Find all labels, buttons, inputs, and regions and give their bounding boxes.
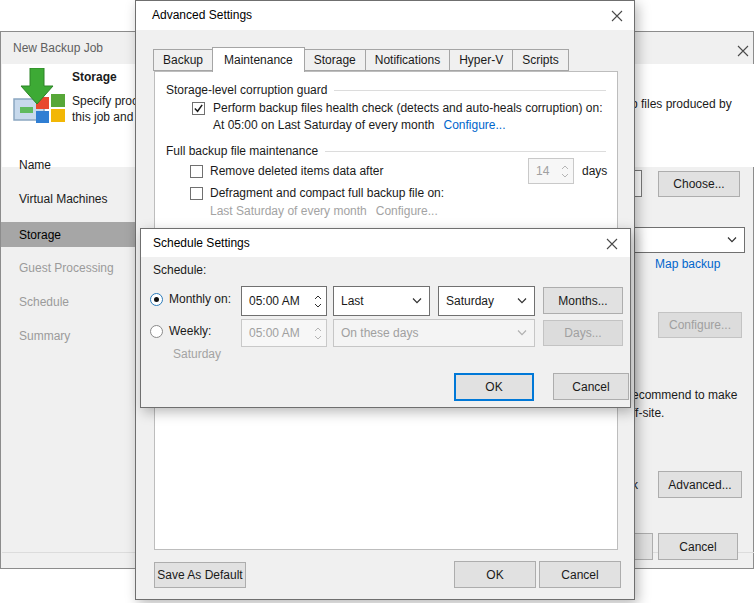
text-fragment-2: ff-site. bbox=[632, 406, 664, 420]
months-button[interactable]: Months... bbox=[543, 287, 623, 314]
tab-hyper-v[interactable]: Hyper-V bbox=[449, 49, 513, 71]
combo-value: Last bbox=[341, 294, 364, 308]
schedule-label: Schedule: bbox=[153, 263, 206, 277]
repository-combo-fragment[interactable] bbox=[618, 227, 745, 253]
monthly-radio[interactable] bbox=[150, 293, 163, 306]
sidebar-item-virtual-machines[interactable]: Virtual Machines bbox=[1, 187, 135, 211]
tab-label: Storage bbox=[314, 53, 356, 67]
health-check-schedule-line: At 05:00 on Last Saturday of every month… bbox=[213, 118, 506, 132]
sidebar-label: Summary bbox=[19, 329, 70, 343]
spinner-arrows bbox=[556, 159, 573, 183]
spinner-arrows[interactable] bbox=[309, 287, 326, 315]
checkmark-icon bbox=[193, 103, 204, 114]
cancel-label: Cancel bbox=[561, 568, 598, 582]
group-caption: Storage-level corruption guard bbox=[166, 83, 327, 97]
close-icon[interactable] bbox=[735, 43, 751, 59]
sidebar-item-guest-processing: Guest Processing bbox=[1, 256, 135, 280]
close-icon[interactable] bbox=[604, 236, 620, 252]
cancel-button-label: Cancel bbox=[679, 540, 716, 554]
map-backup-link[interactable]: Map backup bbox=[655, 257, 720, 271]
chevron-down-icon bbox=[727, 237, 737, 243]
configure-link-disabled: Configure... bbox=[376, 204, 438, 218]
spinner-up-icon bbox=[561, 165, 569, 170]
tab-notifications[interactable]: Notifications bbox=[365, 49, 450, 71]
schedule-ok-button[interactable]: OK bbox=[454, 373, 534, 401]
choose-button-label: Choose... bbox=[673, 177, 724, 191]
tab-label: Hyper-V bbox=[459, 53, 503, 67]
months-button-label: Months... bbox=[558, 294, 607, 308]
group-corruption-guard: Storage-level corruption guard bbox=[166, 83, 606, 97]
sidebar-item-summary: Summary bbox=[1, 324, 135, 348]
monthly-time-spinner[interactable]: 05:00 AM bbox=[241, 286, 327, 316]
cancel-label: Cancel bbox=[572, 380, 609, 394]
group-full-backup-maintenance: Full backup file maintenance bbox=[166, 144, 606, 158]
tab-label: Notifications bbox=[375, 53, 440, 67]
spinner-value: 14 bbox=[529, 159, 556, 183]
backup-job-icon bbox=[13, 68, 67, 129]
configure-link[interactable]: Configure... bbox=[443, 118, 505, 132]
tab-scripts[interactable]: Scripts bbox=[512, 49, 569, 71]
spinner-down-icon bbox=[314, 303, 322, 308]
combo-value: On these days bbox=[341, 326, 418, 340]
save-as-default-button[interactable]: Save As Default bbox=[154, 562, 246, 588]
schedule-settings-dialog: Schedule Settings Schedule: Monthly on: … bbox=[140, 228, 631, 408]
ok-label: OK bbox=[486, 568, 503, 582]
spinner-up-icon bbox=[314, 295, 322, 300]
configure-button-disabled: Configure... bbox=[658, 312, 742, 338]
weekly-radio-label: Weekly: bbox=[169, 324, 211, 338]
defragment-checkbox[interactable] bbox=[190, 187, 203, 200]
days-combo: On these days bbox=[333, 319, 535, 347]
weekly-radio[interactable] bbox=[150, 325, 163, 338]
remove-deleted-label: Remove deleted items data after bbox=[210, 164, 383, 178]
sidebar-label: Guest Processing bbox=[19, 261, 114, 275]
advanced-cancel-button[interactable]: Cancel bbox=[539, 561, 621, 588]
week-number-combo[interactable]: Last bbox=[333, 286, 430, 316]
schedule-text-disabled: Last Saturday of every month bbox=[210, 204, 367, 218]
configure-button-label: Configure... bbox=[669, 318, 731, 332]
spinner-value: 05:00 AM bbox=[242, 287, 309, 315]
ok-label: OK bbox=[485, 380, 502, 394]
advanced-button[interactable]: Advanced... bbox=[658, 471, 742, 498]
close-icon[interactable] bbox=[609, 8, 625, 24]
tab-strip: Backup Maintenance Storage Notifications… bbox=[153, 47, 569, 71]
defragment-label: Defragment and compact full backup file … bbox=[210, 186, 444, 200]
tab-storage[interactable]: Storage bbox=[304, 49, 366, 71]
days-label: days bbox=[582, 164, 607, 178]
monthly-radio-label: Monthly on: bbox=[169, 292, 231, 306]
step-description-line2: this job and bbox=[72, 110, 133, 124]
weekday-combo[interactable]: Saturday bbox=[438, 286, 535, 316]
screen: New Backup Job Storage Specify proc this… bbox=[0, 0, 754, 603]
close-x-glyph bbox=[737, 45, 749, 57]
spinner-down-icon bbox=[314, 335, 322, 340]
sidebar-item-name[interactable]: Name bbox=[1, 153, 135, 177]
step-title: Storage bbox=[72, 70, 117, 84]
days-spinner: 14 bbox=[528, 158, 574, 184]
days-button-disabled: Days... bbox=[543, 320, 623, 346]
step-description-right-fragment: p files produced by bbox=[631, 97, 732, 111]
tab-maintenance[interactable]: Maintenance bbox=[212, 47, 305, 72]
choose-button[interactable]: Choose... bbox=[658, 171, 740, 197]
weekly-time-spinner: 05:00 AM bbox=[241, 319, 327, 347]
health-check-checkbox[interactable] bbox=[192, 102, 205, 115]
window-title: New Backup Job bbox=[13, 41, 103, 55]
remove-deleted-checkbox[interactable] bbox=[190, 165, 203, 178]
tab-label: Backup bbox=[163, 53, 203, 67]
wizard-cancel-button[interactable]: Cancel bbox=[658, 533, 738, 560]
sidebar-item-schedule: Schedule bbox=[1, 290, 135, 314]
schedule-text: At 05:00 on Last Saturday of every month bbox=[213, 118, 434, 132]
advanced-ok-button[interactable]: OK bbox=[454, 561, 536, 588]
dialog-title: Advanced Settings bbox=[152, 8, 252, 22]
sidebar-label: Schedule bbox=[19, 295, 69, 309]
tab-label: Scripts bbox=[522, 53, 559, 67]
dialog-title: Schedule Settings bbox=[153, 236, 250, 250]
schedule-cancel-button[interactable]: Cancel bbox=[553, 373, 629, 400]
advanced-button-label: Advanced... bbox=[668, 478, 731, 492]
sidebar-item-storage[interactable]: Storage bbox=[1, 222, 135, 247]
tab-backup[interactable]: Backup bbox=[153, 49, 213, 71]
step-description-line1: Specify proc bbox=[72, 94, 138, 108]
combo-value: Saturday bbox=[446, 294, 494, 308]
chevron-down-icon bbox=[412, 298, 422, 304]
sidebar-label: Storage bbox=[19, 228, 61, 242]
close-x-glyph bbox=[606, 238, 618, 250]
spinner-down-icon bbox=[561, 173, 569, 178]
